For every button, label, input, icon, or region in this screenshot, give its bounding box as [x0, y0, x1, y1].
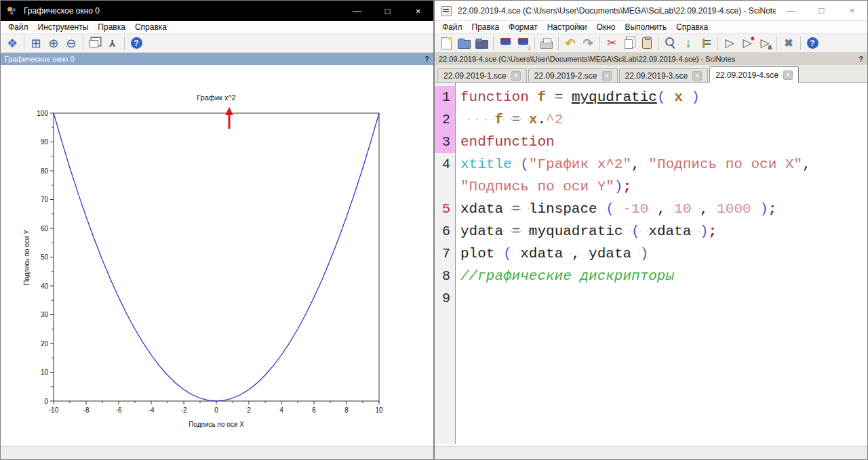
line-number: 2 [435, 108, 455, 131]
svg-text:60: 60 [41, 225, 49, 232]
menu-item-0[interactable]: Файл [3, 22, 33, 32]
minimize-button[interactable]: — [776, 1, 806, 20]
right-menubar: ФайлПравкаФорматНастройкиОкноВыполнитьСп… [435, 21, 867, 34]
menu-item-2[interactable]: Правка [93, 22, 130, 32]
svg-text:80: 80 [41, 167, 49, 175]
code-line: 7plot ( xdata , ydata ) [435, 243, 867, 265]
import-icon[interactable] [680, 35, 696, 51]
toolbar-separator [658, 37, 659, 50]
menu-item-3[interactable]: Настройки [542, 22, 592, 32]
svg-text:4: 4 [279, 406, 283, 414]
zoom-out-icon[interactable] [63, 35, 79, 51]
svg-text:-4: -4 [149, 406, 155, 414]
menu-item-3[interactable]: Справка [130, 22, 172, 32]
code-editor[interactable]: 1function f = myqudratic( x )2 f = x.^23… [435, 83, 867, 444]
toolbar-separator [800, 37, 801, 50]
menu-item-2[interactable]: Формат [504, 22, 542, 32]
minimize-button[interactable]: — [342, 1, 372, 21]
copy-icon[interactable] [621, 35, 637, 51]
run-echo-icon[interactable] [757, 35, 773, 51]
gutter-divider [455, 83, 456, 444]
red-arrow-annotation [225, 107, 233, 129]
tab-close-icon[interactable]: × [511, 71, 521, 81]
code-line: 3endfunction [435, 131, 867, 153]
menu-item-1[interactable]: Правка [467, 22, 505, 32]
preferences-icon[interactable] [781, 35, 797, 51]
figure-help-icon[interactable]: ? [425, 55, 429, 63]
tab-2[interactable]: 22.09.2019-2.sce× [528, 68, 618, 82]
scilab-graphics-window: Графическое окно 0 — □ × ФайлИнструменты… [0, 0, 434, 460]
redo-icon[interactable] [580, 35, 596, 51]
menu-item-6[interactable]: Справка [671, 22, 713, 32]
print-icon[interactable] [538, 35, 555, 51]
tab-close-icon[interactable]: × [692, 71, 702, 81]
tab-label: 22.09.2019-4.sce [715, 70, 778, 80]
svg-text:-8: -8 [83, 406, 90, 414]
menu-item-4[interactable]: Окно [592, 22, 620, 32]
zoom-area-icon[interactable] [28, 35, 44, 51]
close-button[interactable]: × [837, 1, 867, 20]
help-icon[interactable] [128, 35, 144, 51]
menu-item-5[interactable]: Выполнить [620, 22, 671, 32]
cut-icon[interactable] [604, 35, 620, 51]
find-icon[interactable] [663, 35, 679, 51]
tab-close-icon[interactable]: × [783, 70, 793, 80]
rotate-icon[interactable] [104, 35, 121, 51]
line-number: 3 [435, 131, 455, 153]
code-text: "Подпись по оси Y"); [455, 175, 631, 198]
right-toolbar [435, 34, 867, 53]
save-as-icon[interactable] [515, 35, 531, 51]
line-number: 9 [435, 287, 455, 310]
svg-text:30: 30 [41, 311, 49, 318]
zoom-in-icon[interactable] [45, 35, 62, 51]
new-file-icon[interactable] [438, 35, 454, 51]
paste-icon[interactable] [639, 35, 655, 51]
help-icon[interactable] [804, 35, 821, 51]
left-menubar: ФайлИнструментыПравкаСправка [1, 21, 433, 34]
scilab-logo-icon [7, 5, 18, 16]
code-tree-icon[interactable] [698, 35, 714, 51]
scinotes-logo-icon [441, 5, 452, 16]
export-figure-icon[interactable] [4, 35, 20, 51]
left-toolbar [1, 34, 433, 53]
maximize-button[interactable]: □ [372, 1, 403, 21]
open-recent-icon[interactable] [473, 35, 490, 51]
plot-canvas[interactable]: График x^2 Подпись по оси X Подпись по о… [1, 65, 433, 444]
svg-text:20: 20 [41, 340, 49, 348]
scinotes-help-icon[interactable]: ? [859, 55, 863, 63]
maximize-button[interactable]: □ [806, 1, 837, 20]
svg-text:-6: -6 [116, 406, 122, 414]
right-window-title: 22.09.2019-4.sce (C:\Users\User\Document… [458, 6, 776, 16]
tab-3[interactable]: 22.09.2019-3.sce× [619, 68, 709, 82]
toolbar-separator [717, 37, 718, 50]
tab-close-icon[interactable]: × [602, 71, 612, 81]
run-save-icon[interactable] [739, 35, 755, 51]
undo-icon[interactable] [562, 35, 578, 51]
close-button[interactable]: × [403, 1, 433, 21]
svg-text:10: 10 [375, 406, 383, 414]
toolbar-separator [534, 37, 535, 50]
x-squared-plot: График x^2 Подпись по оси X Подпись по о… [1, 65, 433, 443]
save-icon[interactable] [497, 35, 513, 51]
tab-1[interactable]: 22.09.2019-1.sce× [437, 68, 527, 82]
figure-info-label: Графическое окно 0 [5, 55, 75, 63]
code-line: 6ydata = myquadratic ( xdata ); [435, 220, 867, 243]
menu-item-0[interactable]: Файл [437, 22, 467, 32]
menu-item-1[interactable]: Инструменты [33, 22, 94, 32]
file-path-label: 22.09.2019-4.sce (C:\Users\User\Document… [439, 55, 735, 63]
svg-text:6: 6 [312, 406, 316, 414]
plot-xlabel: Подпись по оси X [189, 421, 244, 428]
plot-ylabel: Подпись по оси Y [23, 230, 31, 285]
svg-text:-10: -10 [49, 406, 59, 414]
code-line: 4xtitle ("График x^2", "Подпись по оси X… [435, 153, 867, 175]
line-number: 8 [435, 265, 455, 287]
code-line: "Подпись по оси Y"); [435, 175, 867, 198]
right-titlebar: 22.09.2019-4.sce (C:\Users\User\Document… [435, 1, 867, 21]
copy-figure-icon[interactable] [87, 35, 103, 51]
tab-4[interactable]: 22.09.2019-4.sce× [709, 66, 799, 83]
line-number: 6 [435, 220, 455, 243]
open-file-icon[interactable] [456, 35, 472, 51]
svg-text:0: 0 [44, 398, 48, 405]
run-icon[interactable] [722, 35, 738, 51]
scinotes-window: 22.09.2019-4.sce (C:\Users\User\Document… [434, 0, 868, 460]
